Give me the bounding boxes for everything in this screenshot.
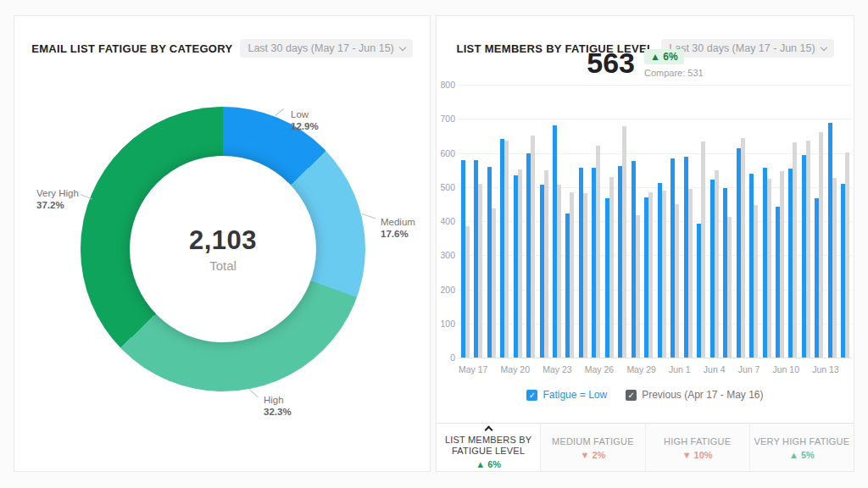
kpi-value: 563 xyxy=(587,47,635,79)
slice-name-high: High xyxy=(264,395,284,405)
tab-delta: ▼ 10% xyxy=(682,450,713,460)
kpi-delta-badge: ▲ 6% xyxy=(644,49,684,64)
slice-label-medium: Medium 17.6% xyxy=(381,216,415,240)
legend-item-fatigue-low[interactable]: ✓ Fatigue = Low xyxy=(526,389,607,401)
leader-line-low xyxy=(275,108,285,116)
tab-delta: ▼ 2% xyxy=(580,450,605,460)
tab-label-line2: FATIGUE LEVEL xyxy=(452,446,525,456)
chart-legend: ✓ Fatigue = Low ✓ Previous (Apr 17 - May… xyxy=(437,389,854,401)
tab-very-high-fatigue[interactable]: VERY HIGH FATIGUE ▲ 5% xyxy=(749,424,854,471)
x-axis-labels: May 17May 20May 23May 26May 29Jun 1Jun 4… xyxy=(459,364,852,374)
slice-label-high: High 32.3% xyxy=(264,394,292,418)
list-members-card: LIST MEMBERS BY FATIGUE LEVEL Last 30 da… xyxy=(436,15,854,472)
chevron-down-icon xyxy=(399,43,406,50)
kpi-side: ▲ 6% Compare: 531 xyxy=(644,49,704,78)
tab-high-fatigue[interactable]: HIGH FATIGUE ▼ 10% xyxy=(645,424,749,471)
chevron-up-icon xyxy=(484,426,492,435)
bar-groups xyxy=(459,85,852,358)
metric-tabs: LIST MEMBERS BY FATIGUE LEVEL ▲ 6% MEDIU… xyxy=(437,423,854,471)
checkbox-checked-icon[interactable]: ✓ xyxy=(626,390,637,401)
left-card-title: EMAIL LIST FATIGUE BY CATEGORY xyxy=(31,42,232,55)
donut-total-label: Total xyxy=(209,258,236,273)
slice-label-very-high: Very High 37.2% xyxy=(36,187,79,211)
checkbox-checked-icon[interactable]: ✓ xyxy=(526,390,537,401)
tab-delta: ▲ 5% xyxy=(789,450,815,460)
slice-name-very-high: Very High xyxy=(36,188,79,198)
legend-label-fatigue-low: Fatigue = Low xyxy=(542,389,607,401)
donut-total-value: 2,103 xyxy=(189,225,257,256)
bar-chart-plot xyxy=(459,85,852,358)
tab-delta: ▲ 6% xyxy=(476,459,501,469)
left-date-range-dropdown[interactable]: Last 30 days (May 17 - Jun 15) xyxy=(240,39,412,58)
slice-name-low: Low xyxy=(291,109,309,119)
tab-label: HIGH FATIGUE xyxy=(664,436,731,447)
legend-label-previous: Previous (Apr 17 - May 16) xyxy=(642,389,763,401)
kpi-compare-text: Compare: 531 xyxy=(644,68,704,78)
leader-line-high xyxy=(249,389,259,397)
leader-line-medium xyxy=(362,214,376,219)
email-list-fatigue-card: EMAIL LIST FATIGUE BY CATEGORY Last 30 d… xyxy=(14,15,431,472)
slice-pct-very-high: 37.2% xyxy=(36,200,64,210)
tab-label: MEDIUM FATIGUE xyxy=(552,436,634,447)
kpi-block: 563 ▲ 6% Compare: 531 xyxy=(437,47,854,79)
tab-list-members-by-fatigue-level[interactable]: LIST MEMBERS BY FATIGUE LEVEL ▲ 6% xyxy=(437,424,540,471)
slice-pct-medium: 17.6% xyxy=(381,229,409,239)
tab-medium-fatigue[interactable]: MEDIUM FATIGUE ▼ 2% xyxy=(540,424,644,471)
tab-label: LIST MEMBERS BY FATIGUE LEVEL xyxy=(445,435,531,457)
slice-pct-low: 12.9% xyxy=(291,121,319,131)
tab-label: VERY HIGH FATIGUE xyxy=(754,436,849,447)
left-card-header: EMAIL LIST FATIGUE BY CATEGORY Last 30 d… xyxy=(14,39,430,58)
slice-name-medium: Medium xyxy=(381,217,415,227)
legend-item-previous[interactable]: ✓ Previous (Apr 17 - May 16) xyxy=(626,389,763,401)
slice-pct-high: 32.3% xyxy=(264,407,292,417)
donut-center: 2,103 Total xyxy=(130,156,316,342)
slice-label-low: Low 12.9% xyxy=(291,108,319,132)
left-date-range-value: Last 30 days (May 17 - Jun 15) xyxy=(248,42,393,54)
tab-label-line1: LIST MEMBERS BY xyxy=(445,435,531,445)
